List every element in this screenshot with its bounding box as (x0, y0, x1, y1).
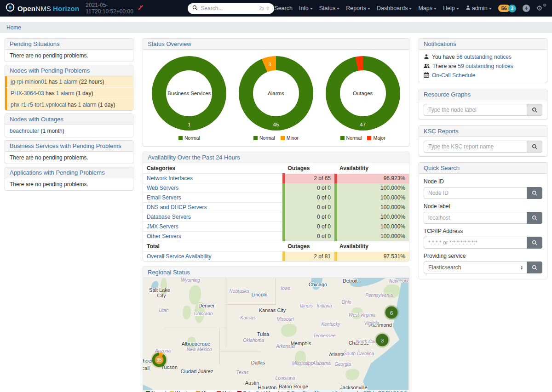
outages-cell: 2 of 65 (284, 174, 336, 183)
user-notices-link[interactable]: 56 outstanding notices (456, 54, 512, 60)
row-text: has (47, 79, 59, 85)
node-link[interactable]: jg-rpi-minion01 (11, 79, 47, 85)
category-link[interactable]: Other Servers (147, 233, 181, 239)
quick-add-icon[interactable] (523, 5, 530, 12)
providing-service-search-button[interactable] (527, 261, 542, 273)
node-link[interactable]: PHX-3064-03 (11, 90, 44, 97)
field-label-node-label: Node label (424, 203, 542, 210)
availability-header-row: TotalOutagesAvailability (143, 241, 409, 252)
cluster-count: 35 (155, 356, 164, 364)
ksc-reports-input[interactable] (424, 141, 527, 153)
node-link[interactable]: beachrouter (10, 128, 39, 134)
field-label-providing-service: Providing service (424, 253, 542, 259)
alarm-link[interactable]: 1 alarm (78, 102, 97, 108)
state-border-line (219, 328, 220, 364)
category-link[interactable]: JMX Servers (147, 223, 178, 230)
category-link[interactable]: DNS and DHCP Servers (147, 204, 207, 210)
availability-cell: 100.000% (336, 193, 409, 203)
map-state-label: Ohio (341, 300, 351, 305)
nav-item-status[interactable]: Status (319, 5, 339, 11)
nav-item-label: Reports (346, 5, 366, 11)
category-link[interactable]: Web Servers (147, 185, 178, 191)
global-search[interactable]: 2x ⇧ (188, 3, 274, 14)
outages-cell: 0 of 0 (284, 232, 336, 241)
nav-user-menu[interactable]: admin (466, 5, 492, 11)
map-state-label: Oklahoma (243, 338, 264, 343)
donut-ring[interactable]: Alarms345 (239, 56, 313, 131)
outages-cell: 0 of 0 (284, 193, 336, 203)
row-text: has (66, 102, 78, 108)
category-link[interactable]: Overall Service Availability (147, 253, 212, 260)
opennms-logo-icon (6, 3, 15, 14)
all-notices-line: There are 59 outstanding notices (424, 62, 542, 71)
map-severity-legend: NormalWarningMinorMajorCritical (143, 390, 260, 392)
top-navbar: OpenNMSHorizon 2021-05-11T20:10:52+00:00… (0, 0, 552, 17)
nav-item-label: Dashboards (377, 5, 408, 11)
map-cluster-marker[interactable]: 6 (385, 307, 398, 319)
notices-pre-text: You have (432, 54, 456, 60)
availability-row: Email Servers0 of 0100.000% (143, 193, 409, 203)
alarm-link[interactable]: 1 alarm (59, 79, 77, 85)
alarm-link[interactable]: 1 alarm (56, 90, 75, 97)
ksc-reports-search-button[interactable] (527, 141, 542, 153)
oncall-schedule-link[interactable]: On-Call Schedule (432, 72, 475, 79)
map-cluster-marker[interactable]: 3 (376, 334, 389, 347)
ip-address-input[interactable] (424, 237, 527, 249)
nav-item-reports[interactable]: Reports (346, 5, 370, 11)
donut-legend: Normal (148, 135, 230, 141)
nav-item-maps[interactable]: Maps (418, 5, 437, 11)
category-cell: Web Servers (143, 183, 284, 193)
ip-address-search-button[interactable] (527, 237, 542, 249)
nav-item-search[interactable]: Search (274, 5, 293, 11)
category-link[interactable]: Network Interfaces (147, 175, 193, 182)
map-state-label: Indiana (317, 303, 332, 308)
regional-status-map[interactable]: DetroitChicagoLincolnSalt LakeCityDenver… (143, 278, 409, 392)
donut-ring[interactable]: Business Services1 (152, 56, 226, 131)
category-link[interactable]: Email Servers (147, 194, 181, 201)
nodes-with-outages-panel: Nodes with Outages beachrouter (1 month) (5, 114, 133, 137)
breadcrumb-home-link[interactable]: Home (6, 24, 21, 31)
global-search-input[interactable] (201, 5, 256, 11)
node-link[interactable]: phx-r1-r5-tor1.vpnlocal (11, 102, 66, 108)
providing-service-select[interactable]: Elasticsearch▴▾ (424, 261, 527, 273)
resource-graphs-input[interactable] (424, 104, 527, 116)
map-city-label: Salt Lake (149, 287, 170, 293)
panel-title: Nodes with Pending Problems (5, 65, 133, 76)
map-city-label: Baton Rouge (279, 384, 308, 389)
nav-item-info[interactable]: Info (299, 5, 313, 11)
col-categories: Total (143, 241, 284, 252)
all-notices-link[interactable]: 59 outstanding notices (458, 63, 513, 69)
category-link[interactable]: Database Servers (147, 214, 191, 220)
state-border-line (226, 278, 226, 347)
donut-chart-outages: Outages47NormalMajor (322, 56, 404, 141)
oncall-line: On-Call Schedule (424, 71, 542, 80)
regional-status-panel: Regional Status (143, 267, 409, 392)
node-id-input[interactable] (424, 187, 527, 199)
legend-swatch (281, 136, 285, 140)
category-cell: Network Interfaces (143, 174, 284, 183)
map-state-label: Missouri (276, 317, 293, 322)
brand[interactable]: OpenNMSHorizon (6, 3, 79, 14)
outages-cell: 0 of 0 (284, 203, 336, 212)
map-city-label: Austin (245, 380, 259, 386)
legend-swatch (367, 136, 371, 140)
legend-swatch (340, 136, 345, 140)
map-cluster-marker[interactable]: 35 (152, 353, 167, 367)
nav-item-dashboards[interactable]: Dashboards (377, 5, 412, 11)
node-label-input[interactable] (424, 212, 527, 224)
nav-item-help[interactable]: Help (443, 5, 459, 11)
forest-shape (183, 306, 191, 319)
row-duration: (22 hours) (77, 79, 104, 85)
donut-ring[interactable]: Outages47 (326, 56, 400, 131)
resource-graphs-search-button[interactable] (527, 104, 542, 116)
node-label-search-button[interactable] (527, 212, 542, 224)
legend-label: Minor (287, 135, 299, 141)
availability-row: Network Interfaces2 of 6596.923% (143, 174, 409, 183)
users-icon (424, 63, 430, 70)
chevron-down-icon (409, 8, 412, 10)
gear-icon[interactable] (536, 4, 546, 12)
availability-cell: 100.000% (336, 212, 409, 222)
users-badge[interactable]: 3 (508, 5, 516, 12)
node-id-search-button[interactable] (527, 187, 542, 199)
map-state-label: Texas (236, 370, 248, 375)
